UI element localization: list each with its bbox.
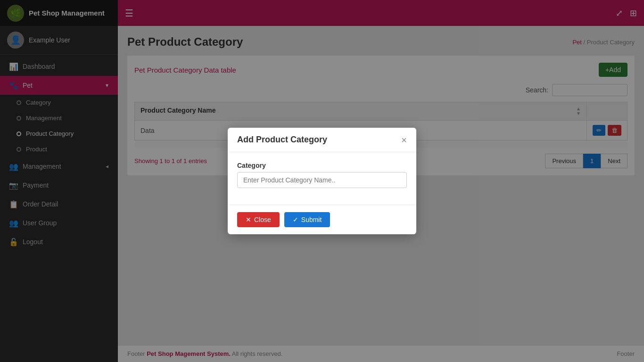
modal-body: Category [228,152,416,205]
modal-close-x-button[interactable]: × [401,135,407,145]
submit-modal-button[interactable]: ✓ Submit [284,212,330,227]
close-x-icon: ✕ [246,216,251,223]
category-label: Category [237,162,407,169]
submit-button-label: Submit [301,216,322,223]
close-button-label: Close [254,216,271,223]
close-modal-button[interactable]: ✕ Close [237,212,280,227]
modal-title: Add Product Category [237,135,327,145]
category-form-group: Category [237,162,407,188]
category-input[interactable] [237,172,407,188]
check-icon: ✓ [293,216,298,223]
modal-header: Add Product Category × [228,128,416,152]
modal-overlay[interactable]: Add Product Category × Category ✕ Close … [0,0,644,362]
add-product-category-modal: Add Product Category × Category ✕ Close … [228,128,416,234]
modal-footer: ✕ Close ✓ Submit [228,205,416,234]
